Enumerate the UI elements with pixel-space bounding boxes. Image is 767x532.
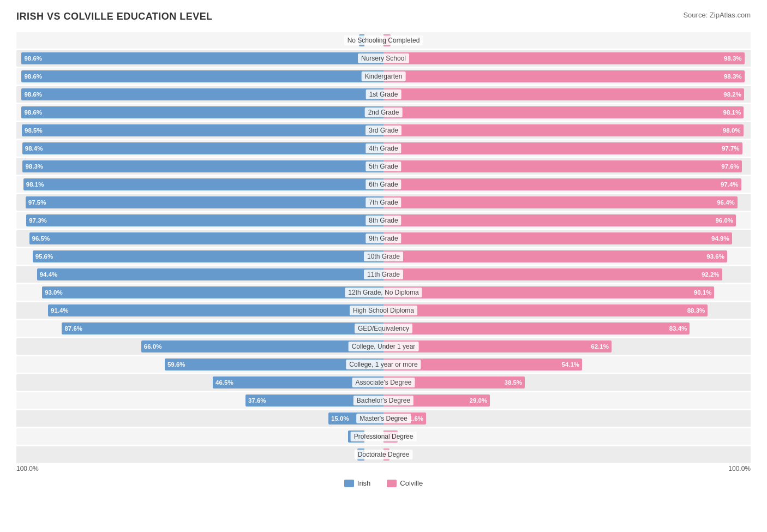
pink-bar-value: 98.3% (721, 73, 745, 80)
blue-bar-value: 37.6% (245, 397, 269, 404)
pink-bar-value: 98.3% (721, 55, 745, 62)
pink-bar: 98.3% (384, 70, 745, 82)
left-section: 97.3% (16, 212, 384, 229)
bar-row: 46.5%Associate's Degree38.5% (16, 374, 751, 391)
row-label: 4th Grade (365, 144, 401, 153)
row-label: Associate's Degree (352, 378, 415, 387)
row-label: 2nd Grade (365, 107, 403, 117)
bar-row: 37.6%Bachelor's Degree29.0% (16, 392, 751, 409)
chart-row: 98.3%5th Grade97.6% (16, 158, 751, 175)
right-section: 90.1% (384, 284, 751, 301)
left-section: 98.4% (16, 140, 384, 157)
row-label: College, 1 year or more (346, 360, 421, 369)
bar-row: 1.4%No Schooling Completed1.9% (16, 32, 751, 49)
bottom-axis-labels: 100.0% 100.0% (16, 465, 751, 473)
right-section: 62.1% (384, 338, 751, 355)
pink-bar: 97.6% (384, 160, 742, 172)
blue-bar-value: 97.5% (26, 199, 49, 206)
pink-bar-value: 29.0% (467, 397, 490, 404)
pink-bar: 98.0% (384, 124, 744, 136)
blue-bar: 98.6% (21, 52, 384, 64)
right-section: 97.4% (384, 176, 751, 193)
chart-row: 1.9%Doctorate Degree1.6% (16, 446, 751, 463)
right-section: 54.1% (384, 356, 751, 373)
bar-row: 4.4%Professional Degree3.8% (16, 428, 751, 445)
source-label: Source: ZipAtlas.com (683, 11, 751, 19)
chart-header: Irish vs Colville Education Level Source… (16, 11, 751, 22)
pink-bar-value: 92.2% (699, 271, 722, 278)
left-section: 1.9% (16, 446, 384, 463)
left-section: 98.6% (16, 104, 384, 121)
blue-bar-value: 98.3% (22, 163, 46, 170)
legend-colville-label: Colville (400, 479, 423, 487)
right-section: 98.3% (384, 68, 751, 85)
left-section: 94.4% (16, 266, 384, 283)
pink-bar: 88.3% (384, 304, 708, 316)
left-section: 91.4% (16, 302, 384, 319)
blue-bar: 96.5% (29, 232, 384, 244)
blue-bar-value: 98.6% (21, 73, 45, 80)
pink-bar-value: 54.1% (559, 361, 582, 368)
bar-row: 98.3%5th Grade97.6% (16, 158, 751, 175)
blue-bar: 98.6% (21, 106, 384, 118)
chart-row: 46.5%Associate's Degree38.5% (16, 374, 751, 391)
left-section: 46.5% (16, 374, 384, 391)
left-section: 98.6% (16, 50, 384, 67)
blue-bar-value: 93.0% (42, 289, 65, 296)
blue-bar: 98.3% (22, 160, 384, 172)
row-label: 5th Grade (365, 162, 401, 171)
row-label: College, Under 1 year (349, 342, 419, 351)
bar-row: 96.5%9th Grade94.9% (16, 230, 751, 247)
chart-row: 98.6%Nursery School98.3% (16, 50, 751, 67)
left-section: 4.4% (16, 428, 384, 445)
pink-bar: 97.4% (384, 178, 741, 190)
row-label: Nursery School (358, 53, 409, 63)
row-label: 12th Grade, No Diploma (345, 288, 422, 297)
left-section: 15.0% (16, 410, 384, 427)
chart-row: 87.6%GED/Equivalency83.4% (16, 320, 751, 337)
chart-row: 4.4%Professional Degree3.8% (16, 428, 751, 445)
pink-bar-value: 38.5% (501, 379, 525, 386)
bar-row: 94.4%11th Grade92.2% (16, 266, 751, 283)
pink-bar: 98.1% (384, 106, 744, 118)
bottom-left-label: 100.0% (16, 465, 39, 473)
pink-bar-value: 90.1% (691, 289, 715, 296)
row-label: 9th Grade (365, 234, 401, 243)
chart-row: 96.5%9th Grade94.9% (16, 230, 751, 247)
bottom-right-label: 100.0% (728, 465, 751, 473)
blue-bar-value: 46.5% (213, 379, 236, 386)
row-label: Professional Degree (351, 432, 417, 441)
pink-bar: 90.1% (384, 286, 714, 298)
pink-bar: 94.9% (384, 232, 732, 244)
blue-bar: 87.6% (62, 322, 384, 334)
left-section: 87.6% (16, 320, 384, 337)
row-label: 8th Grade (365, 216, 401, 225)
right-section: 1.9% (384, 32, 751, 49)
pink-bar: 96.0% (384, 214, 736, 226)
right-section: 98.3% (384, 50, 751, 67)
legend-pink-box (387, 480, 397, 487)
blue-bar-value: 98.6% (21, 91, 45, 98)
blue-bar: 66.0% (141, 340, 384, 352)
chart-row: 94.4%11th Grade92.2% (16, 266, 751, 283)
blue-bar: 95.6% (33, 250, 384, 262)
row-label: 6th Grade (365, 180, 401, 189)
right-section: 3.8% (384, 428, 751, 445)
right-section: 97.7% (384, 140, 751, 157)
chart-row: 37.6%Bachelor's Degree29.0% (16, 392, 751, 409)
pink-bar-value: 96.0% (712, 217, 736, 224)
blue-bar: 91.4% (48, 304, 384, 316)
blue-bar-value: 96.5% (29, 235, 53, 242)
chart-row: 59.6%College, 1 year or more54.1% (16, 356, 751, 373)
chart-row: 98.6%1st Grade98.2% (16, 86, 751, 103)
bar-row: 98.1%6th Grade97.4% (16, 176, 751, 193)
pink-bar: 93.6% (384, 250, 727, 262)
right-section: 98.0% (384, 122, 751, 139)
blue-bar-value: 98.5% (22, 127, 45, 134)
pink-bar: 92.2% (384, 268, 722, 280)
blue-bar-value: 91.4% (48, 307, 71, 314)
bar-row: 98.4%4th Grade97.7% (16, 140, 751, 157)
bar-row: 93.0%12th Grade, No Diploma90.1% (16, 284, 751, 301)
bar-row: 98.6%1st Grade98.2% (16, 86, 751, 103)
chart-row: 97.5%7th Grade96.4% (16, 194, 751, 211)
